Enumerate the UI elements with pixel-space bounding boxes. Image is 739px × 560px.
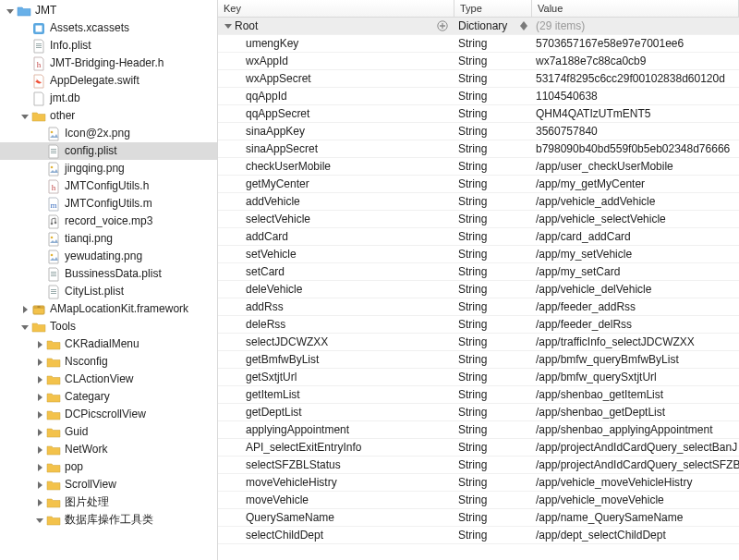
plist-value[interactable]: /app/bmfw_queryBmfwByList — [536, 353, 679, 366]
plist-type[interactable]: String — [458, 177, 487, 190]
plist-row[interactable]: qqAppSecretStringQHM4QATIzUTmENT5 — [218, 105, 739, 123]
plist-type[interactable]: String — [458, 248, 487, 261]
disclosure-open-icon[interactable] — [224, 21, 233, 30]
type-stepper-icon[interactable] — [519, 20, 528, 31]
plist-row[interactable]: umengKeyString5703657167e58e97e7001ee6 — [218, 35, 739, 53]
plist-row[interactable]: API_selectExitEntryInfoString/app/projec… — [218, 439, 739, 457]
plist-type[interactable]: String — [458, 90, 487, 103]
plist-value[interactable]: /app/dept_selectChildDept — [536, 529, 666, 542]
plist-type[interactable]: String — [458, 160, 487, 173]
plist-key[interactable]: API_selectExitEntryInfo — [246, 441, 361, 454]
tree-row[interactable]: jmt.db — [0, 90, 217, 107]
plist-value[interactable]: /app/projectAndIdCardQuery_selectSFZB — [536, 458, 739, 471]
plist-key[interactable]: umengKey — [246, 37, 298, 50]
tree-row[interactable]: jingqing.png — [0, 160, 217, 177]
plist-value[interactable]: /app/vehicle_addVehicle — [536, 195, 655, 208]
disclosure-closed-icon[interactable] — [35, 358, 44, 367]
header-type[interactable]: Type — [454, 0, 532, 17]
plist-key[interactable]: wxAppSecret — [246, 72, 311, 85]
plist-key[interactable]: wxAppId — [246, 55, 288, 67]
plist-value[interactable]: /app/shenbao_getItemList — [536, 388, 663, 401]
plist-type[interactable]: String — [458, 300, 487, 313]
plist-value[interactable]: /app/vehicle_moveVehicleHistry — [536, 476, 692, 489]
plist-type[interactable]: String — [458, 142, 487, 155]
plist-row[interactable]: moveVehicleString/app/vehicle_moveVehicl… — [218, 492, 739, 509]
plist-type[interactable]: String — [458, 335, 487, 348]
plist-type[interactable]: String — [458, 107, 487, 120]
plist-row[interactable]: wxAppSecretString53174f8295c6cc29f001028… — [218, 70, 739, 88]
disclosure-closed-icon[interactable] — [35, 498, 44, 507]
plist-value[interactable]: /app/projectAndIdCardQuery_selectBanJ — [536, 441, 737, 454]
disclosure-closed-icon[interactable] — [35, 375, 44, 384]
plist-row[interactable]: setVehicleString/app/my_setVehicle — [218, 246, 739, 263]
plist-value[interactable]: 1104540638 — [536, 90, 598, 103]
tree-row[interactable]: tianqi.png — [0, 230, 217, 248]
plist-row[interactable]: addCardString/app/card_addCard — [218, 228, 739, 246]
plist-row[interactable]: applyingAppointmentString/app/shenbao_ap… — [218, 421, 739, 439]
plist-row[interactable]: QuerySameNameString/app/name_QuerySameNa… — [218, 509, 739, 527]
plist-value[interactable]: /app/my_setCard — [536, 265, 620, 278]
disclosure-closed-icon[interactable] — [35, 428, 44, 437]
tree-row[interactable]: hJMTConfigUtils.h — [0, 177, 217, 195]
plist-key[interactable]: addVehicle — [246, 195, 300, 208]
tree-row[interactable]: 图片处理 — [0, 493, 217, 511]
plist-value[interactable]: 53174f8295c6cc29f00102838d60120d — [536, 72, 725, 85]
plist-key[interactable]: sinaAppKey — [246, 125, 305, 138]
plist-key[interactable]: selectChildDept — [246, 529, 323, 542]
plist-value[interactable]: /app/my_setVehicle — [536, 248, 632, 261]
plist-key[interactable]: qqAppSecret — [246, 107, 309, 120]
plist-value[interactable]: /app/name_QuerySameName — [536, 511, 683, 524]
project-navigator[interactable]: JMTAssets.xcassetsInfo.plisthJMT-Bridgin… — [0, 0, 218, 560]
plist-row[interactable]: checkUserMobileString/app/user_checkUser… — [218, 158, 739, 176]
plist-key[interactable]: applyingAppointment — [246, 423, 349, 436]
plist-type[interactable]: String — [458, 125, 487, 138]
plist-type[interactable]: String — [458, 283, 487, 296]
plist-key[interactable]: selectJDCWZXX — [246, 335, 328, 348]
plist-value[interactable]: /app/feeder_delRss — [536, 318, 632, 331]
plist-type[interactable]: String — [458, 195, 487, 208]
plist-value[interactable]: /app/card_addCard — [536, 230, 631, 243]
plist-key[interactable]: qqAppId — [246, 90, 287, 103]
tree-row[interactable]: DCPicscrollView — [0, 406, 217, 423]
plist-value[interactable]: /app/vehicle_delVehicle — [536, 283, 651, 296]
plist-type[interactable]: String — [458, 493, 487, 506]
plist-type[interactable]: String — [458, 529, 487, 542]
tree-row[interactable]: yewudating.png — [0, 248, 217, 265]
plist-key[interactable]: addRss — [246, 300, 284, 313]
plist-row[interactable]: selectJDCWZXXString/app/trafficInfo_sele… — [218, 334, 739, 351]
plist-row[interactable]: getMyCenterString/app/my_getMyCenter — [218, 176, 739, 193]
plist-key[interactable]: setCard — [246, 265, 285, 278]
plist-value[interactable]: 3560757840 — [536, 125, 598, 138]
tree-row[interactable]: Guid — [0, 423, 217, 441]
plist-key[interactable]: getSxtjtUrl — [246, 371, 297, 383]
disclosure-open-icon[interactable] — [6, 6, 15, 16]
disclosure-closed-icon[interactable] — [35, 445, 44, 455]
plist-row[interactable]: selectVehicleString/app/vehicle_selectVe… — [218, 211, 739, 228]
plist-key[interactable]: addCard — [246, 230, 288, 243]
tree-row[interactable]: Assets.xcassets — [0, 19, 217, 37]
tree-row[interactable]: CKRadialMenu — [0, 335, 217, 353]
plist-type[interactable]: String — [458, 230, 487, 243]
plist-type[interactable]: String — [458, 511, 487, 524]
plist-type[interactable]: String — [458, 441, 487, 454]
tree-row[interactable]: hJMT-Bridging-Header.h — [0, 55, 217, 72]
plist-type[interactable]: String — [458, 318, 487, 331]
plist-key[interactable]: checkUserMobile — [246, 160, 331, 173]
plist-key[interactable]: setVehicle — [246, 248, 297, 261]
plist-type[interactable]: String — [458, 37, 487, 50]
plist-key[interactable]: getItemList — [246, 388, 300, 401]
plist-row[interactable]: getDeptListString/app/shenbao_getDeptLis… — [218, 404, 739, 421]
tree-row[interactable]: AMapLocationKit.framework — [0, 300, 217, 318]
plist-value[interactable]: /app/trafficInfo_selectJDCWZXX — [536, 335, 695, 348]
plist-type[interactable]: String — [458, 72, 487, 85]
plist-type[interactable]: String — [458, 458, 487, 471]
tree-row[interactable]: pop — [0, 458, 217, 476]
plist-value[interactable]: b798090b40bd559f0b5eb02348d76666 — [536, 142, 730, 155]
tree-row[interactable]: CLActionView — [0, 371, 217, 388]
plist-key[interactable]: getDeptList — [246, 406, 302, 419]
plist-root-row[interactable]: RootDictionary(29 items) — [218, 18, 739, 35]
plist-key[interactable]: sinaAppSecret — [246, 142, 318, 155]
plist-row[interactable]: qqAppIdString1104540638 — [218, 88, 739, 105]
plist-type[interactable]: String — [458, 213, 487, 225]
plist-value[interactable]: wx7a188e7c88ca0cb9 — [536, 55, 646, 67]
